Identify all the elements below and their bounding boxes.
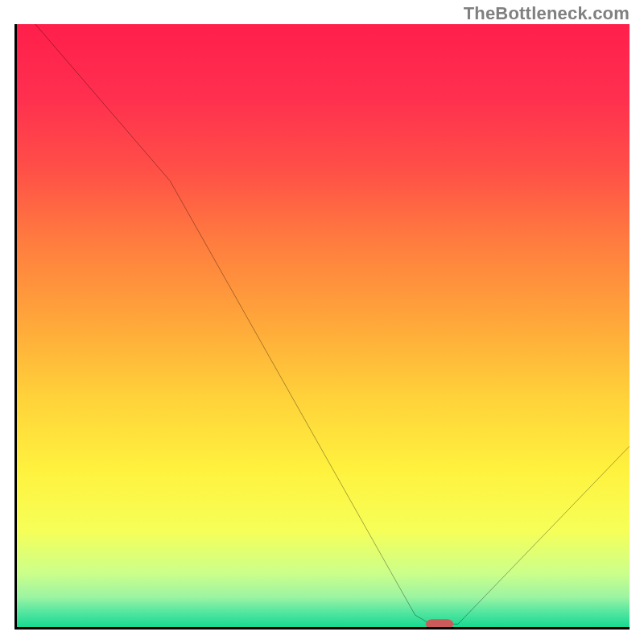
plot-area bbox=[14, 24, 630, 630]
watermark-text: TheBottleneck.com bbox=[464, 3, 630, 24]
gradient-rect bbox=[17, 24, 630, 627]
chart-svg bbox=[17, 24, 630, 627]
optimal-marker bbox=[426, 619, 453, 627]
chart-frame: TheBottleneck.com bbox=[0, 0, 644, 644]
